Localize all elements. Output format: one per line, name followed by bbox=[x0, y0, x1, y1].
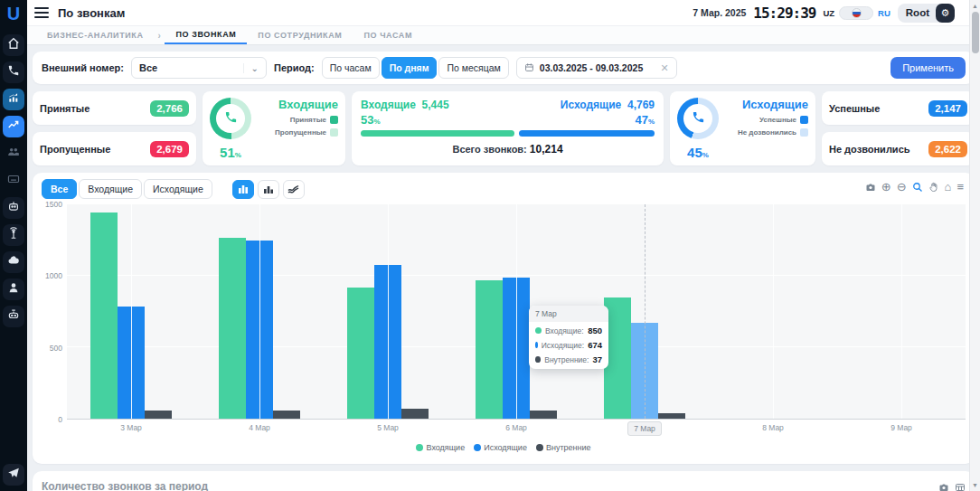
chart-tab-Входящие[interactable]: Входящие bbox=[79, 179, 142, 199]
legend-item-Внутренние[interactable]: Внутренние bbox=[536, 443, 591, 452]
sidebar-item-keyboard[interactable] bbox=[3, 170, 24, 192]
bar-group-5 Мар[interactable] bbox=[324, 204, 452, 419]
sidebar-item-bot[interactable] bbox=[3, 306, 24, 327]
legend-swatch bbox=[330, 128, 338, 137]
scrollbar-thumb[interactable] bbox=[972, 12, 979, 53]
chart-legend: ВходящиеИсходящиеВнутренние bbox=[42, 439, 966, 456]
accepted-card: Принятые 2,766 bbox=[33, 91, 196, 125]
tooltip-title: 7 Мар bbox=[529, 306, 608, 322]
bar-Входящие[interactable] bbox=[90, 212, 118, 419]
legend-successful[interactable]: Успешные bbox=[759, 116, 808, 124]
bar-Исходящие[interactable] bbox=[374, 265, 401, 419]
bar-Исходящие[interactable] bbox=[631, 323, 658, 419]
bar-Исходящие[interactable] bbox=[503, 278, 530, 419]
external-number-select[interactable]: Все ⌄ bbox=[131, 57, 267, 79]
stats-row: Принятые 2,766 Пропущенные 2,679 51% bbox=[33, 91, 975, 165]
user-menu[interactable]: Root ⚙ bbox=[898, 4, 955, 23]
legend-item-Входящие[interactable]: Входящие bbox=[416, 443, 465, 452]
sidebar-item-antenna[interactable] bbox=[3, 224, 24, 246]
date-range-input[interactable]: 03.03.2025 - 09.03.2025 ✕ bbox=[516, 57, 677, 79]
telegram-icon bbox=[7, 467, 20, 483]
bar-Внутренние[interactable] bbox=[273, 411, 300, 419]
line-chart-button[interactable] bbox=[283, 180, 305, 199]
external-number-value: Все bbox=[139, 62, 157, 73]
chart-tab-Исходящие[interactable]: Исходящие bbox=[144, 179, 212, 199]
sidebar-item-calls[interactable] bbox=[3, 61, 24, 83]
lang-ru-label[interactable]: RU bbox=[878, 8, 890, 18]
sidebar-item-user[interactable] bbox=[3, 279, 24, 300]
grouped-bar-chart-button[interactable] bbox=[232, 180, 254, 199]
download-plot-icon[interactable] bbox=[865, 182, 876, 193]
reset-axes-icon[interactable]: ⌂ bbox=[945, 181, 952, 193]
legend-accepted[interactable]: Принятые bbox=[290, 116, 338, 124]
missed-card: Пропущенные 2,679 bbox=[33, 132, 196, 165]
clear-date-icon[interactable]: ✕ bbox=[661, 62, 669, 74]
gear-icon[interactable]: ⚙ bbox=[936, 4, 955, 23]
tab-ПО ЗВОНКАМ[interactable]: ПО ЗВОНКАМ bbox=[165, 26, 247, 44]
totals-incoming-percent: 53 bbox=[361, 113, 373, 127]
sidebar-item-home[interactable] bbox=[3, 34, 24, 56]
home-icon bbox=[7, 37, 20, 53]
calendar-icon bbox=[524, 62, 534, 74]
bar-Внутренние[interactable] bbox=[401, 409, 429, 419]
period-option[interactable]: По дням bbox=[382, 57, 438, 79]
sidebar-item-robot[interactable] bbox=[3, 197, 24, 219]
bar-Внутренние[interactable] bbox=[658, 413, 685, 419]
legend-missed[interactable]: Пропущенные bbox=[275, 128, 338, 137]
scroll-up-icon[interactable]: ▲ bbox=[972, 0, 978, 12]
bar-Исходящие[interactable] bbox=[118, 307, 145, 419]
zoom-mode-icon[interactable] bbox=[912, 182, 923, 193]
lang-uz-label[interactable]: UZ bbox=[823, 8, 834, 18]
bar-Внутренние[interactable] bbox=[530, 411, 557, 419]
window-scrollbar[interactable]: ▲ ▼ bbox=[969, 0, 980, 491]
date-range-value: 03.03.2025 - 09.03.2025 bbox=[540, 62, 643, 73]
x-axis: 3 Мар4 Мар5 Мар6 Мар7 Мар8 Мар9 Мар bbox=[67, 420, 966, 439]
modebar-menu-icon[interactable]: ≡ bbox=[956, 181, 964, 193]
stacked-bar-chart-button[interactable] bbox=[258, 180, 279, 199]
tab-ПО ЧАСАМ[interactable]: ПО ЧАСАМ bbox=[353, 26, 423, 44]
cloud-icon bbox=[7, 254, 20, 270]
legend-item-Исходящие[interactable]: Исходящие bbox=[474, 443, 527, 452]
totals-outgoing-value: 4,769 bbox=[627, 99, 655, 111]
chart-tab-Все[interactable]: Все bbox=[42, 179, 77, 199]
bar-group-3 Мар[interactable] bbox=[67, 204, 195, 419]
phone-incoming-icon bbox=[224, 110, 238, 127]
y-tick-label: 1500 bbox=[45, 200, 62, 209]
accepted-value-badge: 2,766 bbox=[150, 100, 189, 117]
scroll-down-icon[interactable]: ▼ bbox=[972, 479, 978, 491]
sidebar-item-analytics[interactable] bbox=[3, 89, 24, 110]
bar-Внутренние[interactable] bbox=[145, 411, 172, 419]
bar-Входящие[interactable] bbox=[219, 238, 246, 419]
table-view-icon[interactable] bbox=[955, 480, 966, 491]
bar-Входящие[interactable] bbox=[476, 280, 503, 419]
bar-Исходящие[interactable] bbox=[246, 241, 273, 419]
x-tick: 9 Мар bbox=[837, 420, 966, 439]
sidebar-item-business-analytics[interactable] bbox=[3, 116, 24, 137]
sidebar-item-employees[interactable] bbox=[3, 143, 24, 165]
pan-mode-icon[interactable] bbox=[928, 182, 939, 193]
zoom-out-icon[interactable]: ⊖ bbox=[897, 181, 907, 193]
breadcrumb[interactable]: БИЗНЕС-АНАЛИТИКА bbox=[36, 26, 155, 44]
bar-Входящие[interactable] bbox=[347, 288, 374, 419]
period-option[interactable]: По месяцам bbox=[438, 57, 508, 79]
legend-dot bbox=[416, 444, 423, 451]
app-logo[interactable]: U bbox=[0, 0, 27, 27]
language-toggle[interactable] bbox=[839, 6, 873, 20]
incoming-ratio-bar bbox=[361, 130, 514, 137]
legend-not-reached[interactable]: Не дозвонились bbox=[738, 128, 808, 137]
period-option[interactable]: По часам bbox=[322, 57, 380, 79]
zoom-in-icon[interactable]: ⊕ bbox=[881, 181, 891, 193]
totals-outgoing-label: Исходящие bbox=[561, 99, 621, 111]
tab-ПО СОТРУДНИКАМ[interactable]: ПО СОТРУДНИКАМ bbox=[247, 26, 353, 44]
page-title: По звонкам bbox=[58, 6, 125, 20]
bar-group-8 Мар[interactable] bbox=[709, 204, 837, 419]
bar-group-4 Мар[interactable] bbox=[195, 204, 324, 419]
sidebar-item-telegram[interactable] bbox=[3, 464, 24, 486]
hamburger-menu-icon[interactable] bbox=[34, 7, 49, 18]
apply-button[interactable]: Применить bbox=[890, 57, 966, 79]
download-plot-icon[interactable] bbox=[938, 480, 949, 491]
plot-area[interactable] bbox=[67, 204, 966, 420]
bar-group-9 Мар[interactable] bbox=[837, 204, 966, 419]
x-tick: 4 Мар bbox=[195, 420, 324, 439]
sidebar-item-cloud[interactable] bbox=[3, 251, 24, 273]
